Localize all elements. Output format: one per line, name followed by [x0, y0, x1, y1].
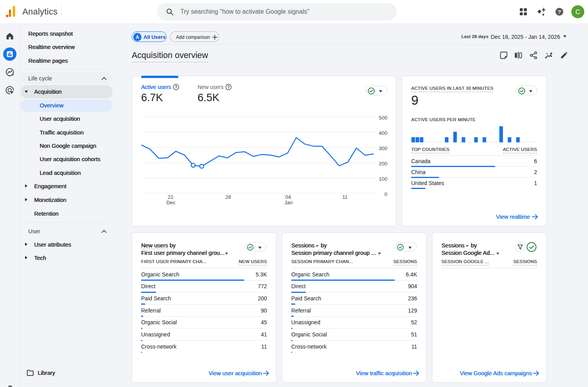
- svg-text:400: 400: [379, 130, 387, 136]
- svg-text:?: ?: [558, 9, 561, 15]
- svg-text:28: 28: [225, 194, 231, 200]
- svg-text:300: 300: [379, 145, 387, 151]
- svg-text:0: 0: [385, 191, 387, 197]
- svg-text:04: 04: [285, 194, 291, 200]
- svg-text:21: 21: [168, 194, 173, 200]
- svg-text:A: A: [136, 35, 139, 40]
- svg-text:Dec: Dec: [166, 200, 176, 205]
- svg-text:11: 11: [342, 194, 348, 200]
- svg-text:200: 200: [379, 161, 387, 167]
- svg-text:500: 500: [379, 115, 387, 121]
- svg-text:Jan: Jan: [285, 200, 293, 205]
- svg-text:?: ?: [227, 85, 230, 89]
- svg-text:?: ?: [175, 85, 177, 89]
- svg-text:100: 100: [379, 176, 387, 182]
- svg-text:C: C: [575, 8, 580, 15]
